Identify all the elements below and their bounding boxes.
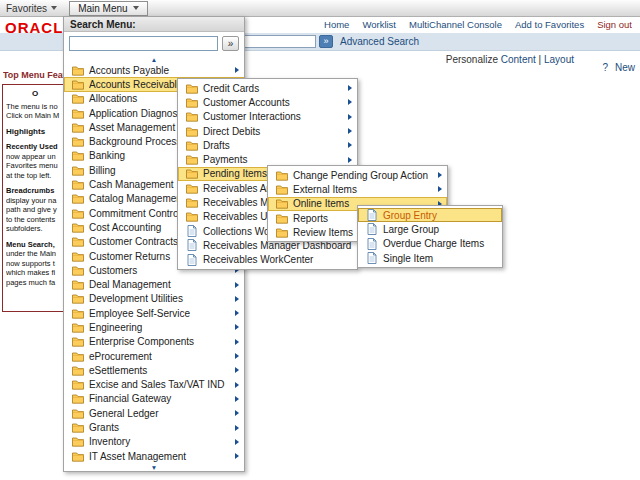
header-link-home[interactable]: Home: [324, 19, 349, 30]
pagelet-text-line: at the top left.: [6, 171, 64, 181]
menu-item-engineering[interactable]: Engineering: [64, 320, 244, 334]
menu-item-label: Employee Self-Service: [89, 308, 230, 319]
menu-item-grants[interactable]: Grants: [64, 420, 244, 434]
menu-item-general-ledger[interactable]: General Ledger: [64, 406, 244, 420]
pagelet-text-line: now supports t: [6, 259, 64, 269]
menu-item-direct-debits[interactable]: Direct Debits: [178, 124, 357, 138]
menu-item-label: Inventory: [89, 436, 230, 447]
menu-item-credit-cards[interactable]: Credit Cards: [178, 81, 357, 95]
menu-item-label: IT Asset Management: [89, 451, 230, 462]
menu-item-excise-and-sales-tax-vat-ind[interactable]: Excise and Sales Tax/VAT IND: [64, 378, 244, 392]
header-link-multichannel-console[interactable]: MultiChannel Console: [409, 19, 502, 30]
menu-item-development-utilities[interactable]: Development Utilities: [64, 292, 244, 306]
scroll-down-icon[interactable]: ▼: [64, 463, 244, 471]
submenu-arrow-icon: [235, 324, 239, 330]
menu-item-change-pending-group-action[interactable]: Change Pending Group Action: [268, 168, 447, 182]
new-window-link[interactable]: New: [615, 62, 635, 73]
pagelet-text-line: Click on Main M: [6, 111, 64, 121]
menu-item-accounts-payable[interactable]: Accounts Payable: [64, 63, 244, 77]
pagelet-subheading: Highlights: [6, 127, 64, 137]
online-items-submenu: Group EntryLarge GroupOverdue Charge Ite…: [357, 205, 503, 268]
menu-item-it-asset-management[interactable]: IT Asset Management: [64, 449, 244, 463]
menu-search-input[interactable]: [69, 36, 218, 51]
menu-item-customer-accounts[interactable]: Customer Accounts: [178, 95, 357, 109]
scroll-up-icon[interactable]: ▲: [64, 55, 244, 63]
menu-item-deal-management[interactable]: Deal Management: [64, 277, 244, 291]
menu-item-label: Excise and Sales Tax/VAT IND: [89, 379, 230, 390]
folder-icon: [185, 139, 198, 151]
top-menu-features-pagelet: O The menu is noClick on Main MHighlight…: [2, 84, 68, 312]
personalize-bar: Personalize Content | Layout: [446, 54, 574, 65]
folder-icon: [71, 193, 84, 205]
pagelet-text-line: now appear un: [6, 152, 64, 162]
menu-item-label: Financial Gateway: [89, 393, 230, 404]
menu-item-label: eSettlements: [89, 365, 230, 376]
menu-item-customer-interactions[interactable]: Customer Interactions: [178, 110, 357, 124]
folder-icon: [71, 107, 84, 119]
main-menu-button[interactable]: Main Menu: [69, 1, 147, 16]
help-icon[interactable]: ?: [602, 62, 608, 73]
doc-icon: [185, 225, 198, 237]
personalize-layout-link[interactable]: Layout: [544, 54, 574, 65]
menu-item-label: Change Pending Group Action: [293, 170, 433, 181]
pagelet-title: Top Menu Feat: [3, 70, 64, 80]
folder-icon: [71, 236, 84, 248]
submenu-arrow-icon: [235, 367, 239, 373]
pagelet-heading: O: [6, 89, 64, 99]
folder-icon: [275, 183, 288, 195]
pagelet-section: Breadcrumbsdisplay your napath and give …: [6, 186, 64, 234]
doc-icon: [365, 209, 378, 221]
folder-icon: [71, 221, 84, 233]
menu-item-employee-self-service[interactable]: Employee Self-Service: [64, 306, 244, 320]
menu-item-external-items[interactable]: External Items: [268, 182, 447, 196]
utility-links: ? New: [602, 62, 635, 73]
header-link-worklist[interactable]: Worklist: [362, 19, 396, 30]
advanced-search-link[interactable]: Advanced Search: [340, 36, 419, 47]
menu-item-group-entry[interactable]: Group Entry: [358, 208, 502, 222]
pagelet-text-line: which makes fi: [6, 268, 64, 278]
submenu-arrow-icon: [235, 382, 239, 388]
menu-item-drafts[interactable]: Drafts: [178, 138, 357, 152]
pagelet-section: Recently Usednow appear unFavorites menu…: [6, 142, 64, 180]
header-links: HomeWorklistMultiChannel ConsoleAdd to F…: [324, 19, 632, 30]
menu-item-large-group[interactable]: Large Group: [358, 222, 502, 236]
menu-item-single-item[interactable]: Single Item: [358, 251, 502, 265]
submenu-arrow-icon: [438, 172, 442, 178]
pagelet-text-line: subfolders.: [6, 224, 64, 234]
menu-item-label: Drafts: [203, 140, 343, 151]
menu-item-label: Engineering: [89, 322, 230, 333]
menu-item-enterprise-components[interactable]: Enterprise Components: [64, 335, 244, 349]
doc-icon: [365, 223, 378, 235]
menu-item-label: Enterprise Components: [89, 336, 230, 347]
folder-icon: [71, 264, 84, 276]
pagelet-text-line: under the Main: [6, 249, 64, 259]
menu-item-financial-gateway[interactable]: Financial Gateway: [64, 392, 244, 406]
personalize-content-link[interactable]: Content: [501, 54, 536, 65]
submenu-arrow-icon: [235, 425, 239, 431]
menu-search-row: »: [64, 32, 244, 55]
menu-item-label: eProcurement: [89, 351, 230, 362]
header-link-sign-out[interactable]: Sign out: [597, 19, 632, 30]
menu-search-go-button[interactable]: »: [222, 36, 239, 51]
menu-item-overdue-charge-items[interactable]: Overdue Charge Items: [358, 237, 502, 251]
submenu-arrow-icon: [438, 186, 442, 192]
submenu-arrow-icon: [235, 282, 239, 288]
submenu-arrow-icon: [348, 128, 352, 134]
global-search-go-button[interactable]: »: [319, 35, 333, 48]
folder-icon: [71, 436, 84, 448]
menu-item-receivables-workcenter[interactable]: Receivables WorkCenter: [178, 253, 357, 267]
folder-icon: [71, 121, 84, 133]
menu-item-inventory[interactable]: Inventory: [64, 435, 244, 449]
menu-item-label: Credit Cards: [203, 83, 343, 94]
favorites-menu-button[interactable]: Favorites: [6, 3, 57, 14]
header-link-add-to-favorites[interactable]: Add to Favorites: [515, 19, 584, 30]
menu-item-eprocurement[interactable]: eProcurement: [64, 349, 244, 363]
doc-icon: [365, 238, 378, 250]
menu-item-esettlements[interactable]: eSettlements: [64, 363, 244, 377]
pagelet-text-line: The menu is no: [6, 102, 64, 112]
folder-icon: [185, 96, 198, 108]
menu-item-label: Group Entry: [383, 210, 497, 221]
folder-icon: [185, 168, 198, 180]
folder-icon: [71, 307, 84, 319]
folder-icon: [275, 212, 288, 224]
